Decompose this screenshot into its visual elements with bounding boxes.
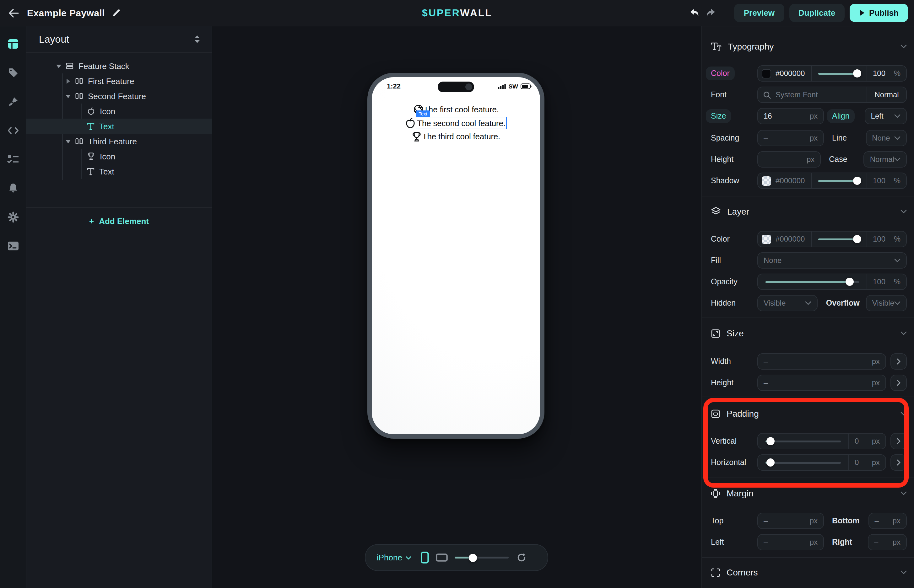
layout-icon[interactable]	[7, 38, 19, 50]
preview-button[interactable]: Preview	[734, 4, 784, 22]
line-dropdown[interactable]: None	[865, 130, 907, 146]
publish-button[interactable]: Publish	[850, 4, 908, 22]
tree-item-text[interactable]: Text	[26, 164, 212, 179]
font-weight-value[interactable]: Normal	[874, 90, 899, 99]
paywall-preview-screen[interactable]: 1:22 SW The first cool feature.	[372, 77, 540, 434]
color-hex[interactable]: #000000	[776, 69, 805, 78]
height-input[interactable]: – px	[757, 375, 886, 391]
padding-vertical-slider[interactable]	[765, 440, 841, 442]
layer-color-opacity-value[interactable]: 100	[873, 235, 885, 244]
code-icon[interactable]	[7, 126, 19, 135]
gear-icon[interactable]	[7, 212, 18, 223]
corners-icon	[711, 568, 720, 577]
shadow-hex[interactable]: #000000	[776, 176, 805, 185]
layer-section-header[interactable]: Layer	[711, 204, 907, 220]
tree-item-first-feature[interactable]: First Feature	[26, 73, 212, 89]
layer-color-opacity-slider[interactable]	[818, 238, 860, 240]
opacity-slider[interactable]	[765, 281, 859, 283]
layer-color-hex[interactable]: #000000	[776, 235, 805, 244]
letter-spacing-input[interactable]: – px	[757, 130, 824, 146]
padding-vertical-expand-button[interactable]	[890, 433, 907, 449]
chevron-down-icon	[406, 556, 412, 559]
margin-top-input[interactable]: – px	[757, 513, 824, 529]
padding-horizontal-value[interactable]: 0	[855, 458, 859, 467]
caret-down-icon[interactable]	[64, 94, 71, 98]
paintbrush-icon[interactable]	[7, 96, 18, 107]
typography-section-header[interactable]: Typography	[711, 38, 907, 55]
bell-icon[interactable]	[7, 183, 18, 194]
color-swatch[interactable]	[762, 69, 771, 78]
chevron-down-icon	[901, 412, 907, 415]
align-dropdown[interactable]: Left	[865, 108, 907, 124]
zoom-slider-thumb[interactable]	[469, 554, 477, 562]
feature-row[interactable]: The third cool feature.	[412, 130, 500, 144]
chevron-down-icon	[894, 301, 901, 305]
padding-section-header[interactable]: Padding	[711, 405, 907, 422]
margin-section-header[interactable]: Margin	[711, 485, 907, 501]
terminal-icon[interactable]	[7, 241, 19, 251]
chevron-down-icon	[894, 114, 901, 118]
margin-right-label: Right	[832, 538, 852, 547]
margin-right-input[interactable]: – px	[868, 534, 907, 550]
tree-item-icon[interactable]: Icon	[26, 149, 212, 164]
padding-horizontal-row: Horizontal 0 px	[711, 454, 907, 471]
tree-item-icon[interactable]: Icon	[26, 103, 212, 119]
size-section-header[interactable]: Size	[711, 325, 907, 341]
size-label[interactable]: Size	[706, 109, 731, 123]
edit-pencil-icon[interactable]	[112, 9, 121, 17]
hidden-dropdown[interactable]: Visible	[757, 295, 818, 311]
tree-item-text-selected[interactable]: Text	[26, 119, 212, 134]
layer-color-swatch[interactable]	[762, 234, 771, 244]
shadow-color-swatch[interactable]	[762, 176, 771, 186]
line-height-input[interactable]: – px	[757, 151, 821, 168]
apple-icon	[405, 117, 416, 129]
landscape-icon[interactable]	[436, 554, 448, 562]
corners-section-header[interactable]: Corners	[711, 564, 907, 580]
tree-item-third-feature[interactable]: Third Feature	[26, 134, 212, 149]
caret-right-icon[interactable]	[64, 78, 71, 84]
caret-down-icon[interactable]	[64, 139, 71, 144]
duplicate-button[interactable]: Duplicate	[789, 4, 844, 22]
color-opacity-value[interactable]: 100	[873, 69, 885, 78]
opacity-value[interactable]: 100	[873, 277, 885, 286]
zoom-slider[interactable]	[455, 557, 509, 559]
caret-down-icon[interactable]	[55, 64, 62, 68]
chevron-down-icon	[901, 210, 907, 213]
plus-icon: +	[89, 216, 94, 226]
checklist-icon[interactable]	[7, 155, 19, 164]
tag-icon[interactable]	[7, 67, 18, 78]
padding-horizontal-expand-button[interactable]	[890, 454, 907, 471]
color-label[interactable]: Color	[706, 66, 735, 80]
back-arrow-icon[interactable]	[8, 8, 19, 18]
align-label[interactable]: Align	[827, 109, 855, 123]
tree-item-feature-stack[interactable]: Feature Stack	[26, 58, 212, 73]
height-expand-button[interactable]	[890, 375, 907, 391]
fill-dropdown[interactable]: None	[757, 252, 907, 268]
font-size-input[interactable]: 16 px	[757, 108, 824, 124]
device-selector[interactable]: iPhone	[377, 553, 412, 562]
width-input[interactable]: – px	[757, 353, 886, 370]
add-element-button[interactable]: + Add Element	[26, 213, 212, 229]
chevron-down-icon	[805, 301, 812, 305]
font-search-input[interactable]: System Font	[776, 90, 818, 99]
case-dropdown[interactable]: Normal	[864, 151, 907, 168]
padding-horizontal-slider[interactable]	[765, 462, 841, 464]
iphone-mockup: 1:22 SW The first cool feature.	[367, 73, 545, 439]
overflow-dropdown[interactable]: Visible	[866, 295, 907, 311]
height-label: Height	[711, 155, 757, 164]
redo-icon[interactable]	[705, 8, 716, 18]
shadow-opacity-value[interactable]: 100	[873, 176, 885, 185]
width-expand-button[interactable]	[890, 353, 907, 370]
feature-row-selected[interactable]: Text The second cool feature.	[405, 116, 506, 130]
color-opacity-slider[interactable]	[818, 73, 860, 74]
margin-left-input[interactable]: – px	[757, 534, 824, 550]
refresh-icon[interactable]	[517, 553, 527, 562]
shadow-opacity-slider[interactable]	[818, 180, 860, 182]
sort-icon[interactable]	[194, 35, 200, 43]
selection-outline[interactable]: Text The second cool feature.	[416, 117, 506, 129]
tree-item-second-feature[interactable]: Second Feature	[26, 89, 212, 103]
padding-vertical-value[interactable]: 0	[855, 437, 859, 446]
margin-bottom-input[interactable]: – px	[869, 513, 907, 529]
portrait-icon[interactable]	[421, 552, 429, 564]
undo-icon[interactable]	[690, 8, 700, 18]
